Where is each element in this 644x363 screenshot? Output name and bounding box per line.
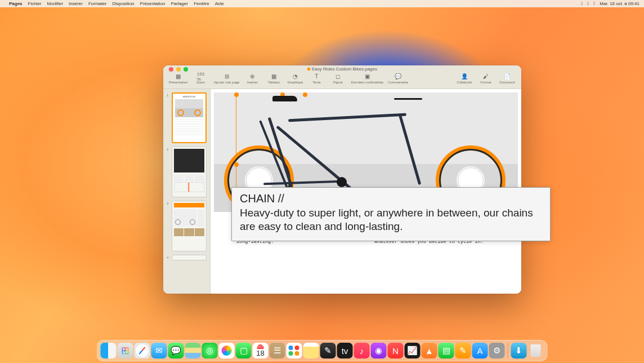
dock-finder[interactable]	[101, 343, 117, 358]
document-title[interactable]: Easy Rides Custom Bikes.pages	[307, 67, 377, 72]
dock-trash[interactable]	[528, 343, 544, 358]
dock: ⊞ ✉ 💬 ◎ ▢ OCT.18 ☰ ✎ tv ♪ ◉ N 📈 ▲ ▤ ✎ A …	[97, 340, 548, 361]
menu-arrange[interactable]: Disposition	[112, 1, 134, 6]
titlebar: Easy Rides Custom Bikes.pages ▦ Présenta…	[163, 65, 521, 89]
hover-text-popup: CHAIN // Heavy-duty to super light, or a…	[231, 187, 551, 241]
popup-title: CHAIN //	[240, 192, 542, 205]
view-button[interactable]: ▦ Présentation	[169, 73, 188, 84]
callout-leader	[236, 97, 236, 162]
menu-window[interactable]: Fenêtre	[194, 1, 209, 6]
page-thumbnail-2[interactable]: 2	[167, 147, 207, 197]
dock-separator	[508, 343, 508, 358]
text-button[interactable]: T Texte	[308, 73, 325, 84]
insert-icon: ⊕	[248, 73, 256, 80]
pages-window: Easy Rides Custom Bikes.pages ▦ Présenta…	[163, 65, 521, 294]
page-thumbnail-1[interactable]: 1 RIDE IN STYLE	[167, 92, 207, 143]
shape-button[interactable]: ◻ Figure	[329, 73, 346, 84]
chart-icon: ◔	[291, 73, 299, 80]
spotlight-icon[interactable]: 􀊫	[587, 1, 589, 6]
dock-messages[interactable]: 💬	[168, 343, 184, 358]
dock-findmy[interactable]: ◎	[202, 343, 218, 358]
dock-news[interactable]: N	[388, 343, 404, 358]
dock-settings[interactable]: ⚙	[489, 343, 505, 358]
menu-file[interactable]: Fichier	[28, 1, 42, 6]
dock-mail[interactable]: ✉	[151, 343, 167, 358]
dock-podcasts[interactable]: ◉	[371, 343, 387, 358]
dock-safari[interactable]	[135, 343, 150, 358]
table-icon: ▦	[270, 73, 278, 80]
menu-format[interactable]: Formater	[88, 1, 106, 6]
dock-contacts[interactable]: ☰	[270, 343, 285, 358]
callout-marker	[303, 92, 307, 97]
dock-maps[interactable]	[185, 343, 201, 358]
app-menu[interactable]: Pages	[9, 1, 23, 6]
menu-insert[interactable]: Insérer	[69, 1, 83, 6]
dock-tv[interactable]: tv	[337, 343, 353, 358]
dock-music[interactable]: ♪	[354, 343, 370, 358]
media-button[interactable]: ▣ Données multimédias	[351, 73, 383, 84]
dock-photos[interactable]	[219, 343, 235, 358]
page-thumbnail-3[interactable]: 3	[167, 201, 207, 251]
popup-body: Heavy-duty to super light, or anywhere i…	[240, 206, 542, 234]
comment-button[interactable]: 💬 Commentaire	[388, 73, 408, 84]
dock-numbers[interactable]: ▤	[439, 343, 454, 358]
document-icon-btn: 📄	[503, 73, 511, 80]
dock-facetime[interactable]: ▢	[236, 343, 252, 358]
menu-edit[interactable]: Modifier	[47, 1, 63, 6]
add-page-button[interactable]: ⊞ Ajouter une page	[214, 73, 240, 84]
dock-downloads[interactable]: ⬇	[511, 343, 527, 358]
view-icon: ▦	[175, 73, 182, 80]
collaborate-icon: 👤	[460, 73, 468, 80]
dock-reminders[interactable]	[287, 343, 302, 358]
dock-freeform[interactable]: ✎	[320, 343, 336, 358]
format-icon: 🖌	[482, 73, 490, 80]
chart-button[interactable]: ◔ Graphique	[287, 73, 303, 84]
zoom-dropdown[interactable]: 153 % Zoom	[193, 73, 209, 84]
menu-help[interactable]: Aide	[215, 1, 224, 6]
fullscreen-button[interactable]	[184, 67, 188, 72]
menu-view[interactable]: Présentation	[140, 1, 166, 6]
close-button[interactable]	[169, 67, 173, 72]
media-icon: ▣	[363, 73, 371, 80]
thumbnail-sidebar: 1 RIDE IN STYLE 2 3	[163, 89, 211, 294]
dock-books[interactable]: ▲	[422, 343, 437, 358]
dock-notes[interactable]	[303, 343, 319, 358]
menubar: Pages Fichier Modifier Insérer Formater …	[0, 0, 644, 7]
window-controls	[169, 67, 188, 72]
comment-icon: 💬	[394, 73, 402, 80]
minimize-button[interactable]	[176, 67, 181, 72]
table-button[interactable]: ▦ Tableau	[265, 73, 282, 84]
document-button[interactable]: 📄 Document	[499, 73, 516, 84]
callout-marker	[234, 92, 239, 97]
wifi-icon[interactable]: 􀙇	[582, 1, 583, 6]
format-button[interactable]: 🖌 Format	[477, 73, 494, 84]
shape-icon: ◻	[334, 73, 342, 80]
document-title-text: Easy Rides Custom Bikes.pages	[312, 67, 377, 72]
dock-pages[interactable]: ✎	[455, 343, 471, 358]
menu-share[interactable]: Partager	[171, 1, 188, 6]
zoom-value: 153 %	[197, 73, 205, 80]
insert-button[interactable]: ⊕ Insérer	[244, 73, 261, 84]
dock-stocks[interactable]: 📈	[405, 343, 421, 358]
menubar-datetime[interactable]: Mar. 18 oct. à 09:41	[600, 1, 639, 6]
control-center-icon[interactable]: 􀜊	[593, 1, 595, 6]
text-icon: T	[312, 73, 320, 80]
add-page-icon: ⊞	[223, 73, 231, 80]
dock-launchpad[interactable]: ⊞	[118, 343, 133, 358]
document-icon	[307, 68, 310, 70]
toolbar: ▦ Présentation 153 % Zoom ⊞ Ajouter une …	[163, 73, 521, 88]
dock-appstore[interactable]: A	[472, 343, 488, 358]
collaborate-button[interactable]: 👤 Collaborer	[456, 73, 473, 84]
dock-calendar[interactable]: OCT.18	[253, 343, 269, 358]
page-thumbnail-4[interactable]: 4	[167, 255, 207, 260]
